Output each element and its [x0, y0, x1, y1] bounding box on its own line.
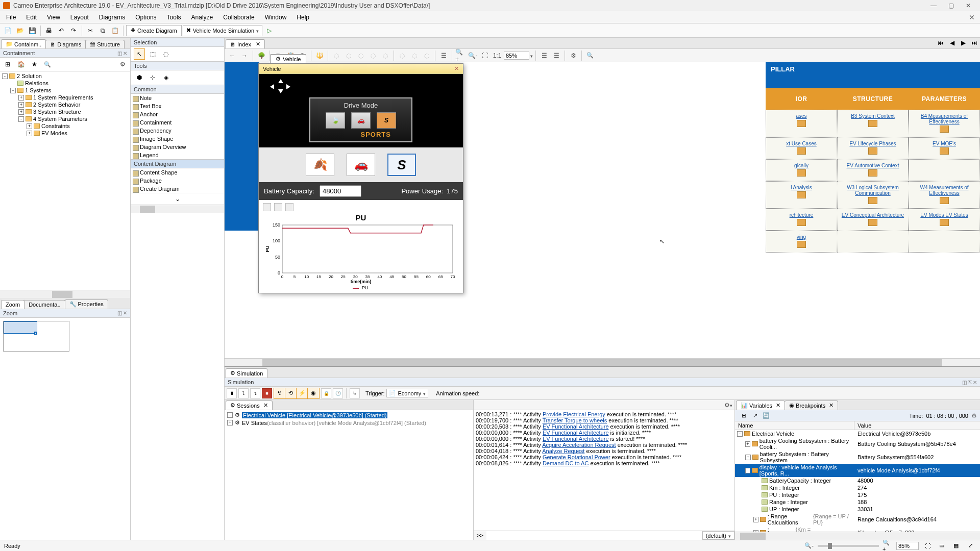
nav-first-icon[interactable]: ⏮	[935, 37, 946, 48]
variable-row[interactable]: Km : Integer274	[735, 484, 980, 491]
palette-item[interactable]: Package	[131, 177, 224, 185]
nav-next-icon[interactable]: ▶	[958, 37, 969, 48]
palette-item[interactable]: Dependency	[131, 127, 224, 135]
tree-row[interactable]: -4 System Parameters	[0, 115, 130, 122]
palette-more-icon[interactable]: ⌄	[131, 193, 224, 205]
paste-icon[interactable]: 📋	[109, 25, 120, 36]
snap-icon[interactable]: ☰	[438, 50, 449, 61]
fwd-icon[interactable]: →	[239, 50, 250, 61]
menu-file[interactable]: File	[1, 12, 21, 22]
matrix-cell[interactable]: EV Automotive Context	[837, 159, 909, 181]
vars-export-icon[interactable]: ↗	[749, 410, 761, 421]
menu-layout[interactable]: Layout	[65, 12, 94, 22]
tab-zoom[interactable]: Zoom	[1, 300, 24, 309]
nav-prev-icon[interactable]: ◀	[946, 37, 958, 48]
tree-hscroll[interactable]	[0, 290, 130, 298]
tab-properties[interactable]: 🔧Properties	[65, 299, 108, 309]
tab-diagrams[interactable]: 🗎Diagrams	[45, 40, 86, 48]
palette-item[interactable]: Image Shape	[131, 135, 224, 143]
tab-variables[interactable]: 📊Variables✕	[736, 400, 785, 410]
tree-row[interactable]: -1 Systems	[0, 87, 130, 94]
tab-breakpoints[interactable]: ◉Breakpoints✕	[785, 400, 838, 410]
redo-icon[interactable]: ↷	[68, 25, 79, 36]
back-icon[interactable]: ←	[227, 50, 238, 61]
palette-item[interactable]: Anchor	[131, 110, 224, 118]
menu-options[interactable]: Options	[130, 12, 161, 22]
tab-containment[interactable]: 📁Containm..	[1, 39, 46, 48]
palette-item[interactable]: Containment	[131, 118, 224, 127]
cut-icon[interactable]: ✂	[85, 25, 96, 36]
zoom-thumbnail[interactable]	[0, 318, 130, 540]
variable-row[interactable]: PU : Integer175	[735, 491, 980, 498]
matrix-cell[interactable]: EV Modes EV States	[909, 209, 980, 231]
matrix-cell[interactable]: B4 Measurements of Effectiveness	[909, 110, 980, 137]
search-icon[interactable]	[42, 59, 53, 70]
canvas-hscroll[interactable]	[225, 358, 980, 366]
console-default-combo[interactable]: (default)	[702, 531, 734, 540]
simulation-config-combo[interactable]: ✖Vehicle Mode Simulation	[183, 25, 262, 36]
palette-item[interactable]: Diagram Overview	[131, 143, 224, 151]
vehicle-tab[interactable]: ⚙Vehicle	[270, 54, 306, 63]
tool-3-icon[interactable]: ◈	[160, 72, 172, 83]
matrix-cell[interactable]: l Analysis	[766, 181, 837, 209]
tool-1-icon[interactable]: ⬢	[134, 72, 145, 83]
status-grid-icon[interactable]: ▦	[950, 540, 962, 552]
open-icon[interactable]: 📂	[14, 25, 26, 36]
variable-row[interactable]: Range : Integer188	[735, 498, 980, 506]
matrix-cell[interactable]: W4 Measurements of Effectiveness	[909, 181, 980, 209]
chart-copy-icon[interactable]	[274, 203, 282, 211]
matrix-cell[interactable]: EV Conceptual Architecture	[837, 209, 909, 231]
pointer-icon[interactable]: ↖	[134, 48, 145, 60]
pause-icon[interactable]: ⏸	[227, 388, 237, 398]
containment-tree[interactable]: -2 SolutionRelations-1 Systems+1 System …	[0, 71, 130, 290]
matrix-cell[interactable]: gically	[766, 159, 837, 181]
sessions-tree[interactable]: -⚙Electrical Vehicle [Electrical Vehicle…	[225, 410, 473, 540]
diagram-search-icon[interactable]	[584, 50, 596, 61]
status-zoom-in-icon[interactable]: 🔍+	[882, 540, 893, 552]
menu-analyze[interactable]: Analyze	[186, 12, 218, 22]
tree-row[interactable]: +2 System Behavior	[0, 101, 130, 108]
matrix-cell[interactable]: ases	[766, 110, 837, 137]
mode-eco-button[interactable]: 🍂	[306, 154, 334, 176]
menu-diagrams[interactable]: Diagrams	[94, 12, 130, 22]
tree-row[interactable]: +EV Modes	[0, 130, 130, 137]
session-row[interactable]: +⚙EV States(classifier behavior) [vehicl…	[226, 419, 472, 427]
lasso-icon[interactable]: ◌	[160, 48, 172, 60]
matrix-cell[interactable]: xt Use Cases	[766, 137, 837, 159]
mdi-close-icon[interactable]: ✕	[965, 13, 979, 21]
lock-icon[interactable]: 🔒	[321, 388, 331, 398]
dpad[interactable]	[270, 79, 290, 93]
zoom-in-icon[interactable]: 🔍+	[455, 50, 466, 61]
tree-row[interactable]: -2 Solution	[0, 72, 130, 80]
matrix-cell[interactable]: EV MOE's	[909, 137, 980, 159]
variable-row[interactable]: BatteryCapacity : Integer48000	[735, 477, 980, 484]
palette-item[interactable]: Text Box	[131, 102, 224, 110]
status-zoom-out-icon[interactable]: 🔍-	[803, 540, 815, 552]
tab-simulation[interactable]: ⚙Simulation	[226, 368, 267, 378]
min-icon[interactable]: ◫	[117, 51, 122, 56]
status-zoom-slider[interactable]	[818, 545, 879, 547]
chart-settings-icon[interactable]	[285, 203, 293, 211]
status-zoom-input[interactable]	[896, 542, 919, 550]
palette-content-diagram[interactable]: Content Diagram	[131, 159, 224, 168]
filter-icon[interactable]: ☰	[551, 50, 562, 61]
tab-structure[interactable]: 🏛Structure	[85, 40, 125, 48]
console-gear-icon[interactable]	[724, 402, 730, 409]
variable-row[interactable]: + battery Subsystem : Battery SubsystemB…	[735, 450, 980, 464]
menu-window[interactable]: Window	[260, 12, 292, 22]
matrix-cell[interactable]	[909, 231, 980, 253]
vars-expand-icon[interactable]: ⊞	[738, 410, 749, 421]
matrix-cell[interactable]: EV Lifecycle Phases	[837, 137, 909, 159]
menu-collaborate[interactable]: Collaborate	[218, 12, 259, 22]
palette-item[interactable]: Note	[131, 94, 224, 102]
tree-row[interactable]: Relations	[0, 80, 130, 87]
expand-icon[interactable]: ⊞	[2, 59, 13, 70]
close-button[interactable]: ✕	[960, 1, 977, 11]
variable-row[interactable]: UP : Integer33031	[735, 506, 980, 513]
stop-icon[interactable]: ■	[262, 388, 272, 398]
vars-refresh-icon[interactable]: 🔄	[761, 410, 772, 421]
clock-icon[interactable]: 🕐	[333, 388, 343, 398]
print-icon[interactable]: 🖶	[43, 25, 55, 36]
zoom-100-icon[interactable]: 1:1	[492, 50, 503, 61]
status-fullscreen-icon[interactable]: ⤢	[965, 540, 976, 552]
